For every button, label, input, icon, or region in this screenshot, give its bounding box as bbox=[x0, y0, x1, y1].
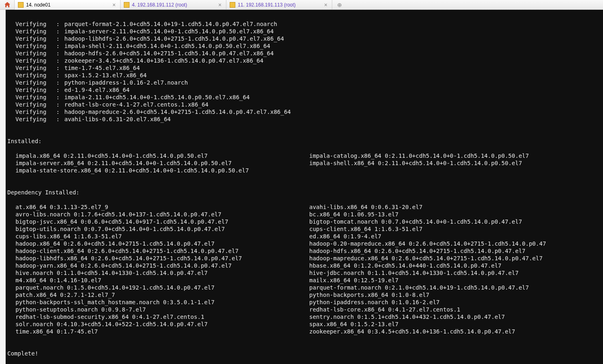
installed-list: impala.x86_64 0:2.11.0+cdh5.14.0+0-1.cdh… bbox=[7, 152, 603, 174]
installed-item: impala-catalog.x86_64 0:2.11.0+cdh5.14.0… bbox=[309, 152, 603, 159]
verify-line: Verifying: ed-1.9-4.el7.x86_64 bbox=[7, 86, 603, 94]
installed-item: impala-server.x86_64 0:2.11.0+cdh5.14.0+… bbox=[15, 159, 309, 167]
close-icon[interactable]: × bbox=[323, 2, 329, 8]
dependency-item: avro-libs.noarch 0:1.7.6+cdh5.14.0+137-1… bbox=[15, 211, 309, 218]
dependency-item: patch.x86_64 0:2.7.1-12.el7_7 bbox=[15, 291, 309, 299]
new-tab-button[interactable]: ⊕ bbox=[332, 0, 347, 10]
terminal-output[interactable]: Verifying: parquet-format-2.1.0+cdh5.14.… bbox=[6, 10, 603, 364]
dependency-item: bigtop-jsvc.x86_64 0:0.6.0+cdh5.14.0+917… bbox=[15, 218, 309, 225]
dependency-item: hadoop-mapreduce.x86_64 0:2.6.0+cdh5.14.… bbox=[309, 255, 603, 262]
dependency-item: m4.x86_64 0:1.4.16-10.el7 bbox=[15, 277, 309, 284]
dependency-item: hadoop-yarn.x86_64 0:2.6.0+cdh5.14.0+271… bbox=[15, 262, 309, 269]
verify-line: Verifying: impala-2.11.0+cdh5.14.0+0-1.c… bbox=[7, 94, 603, 101]
dependency-item: cups-client.x86_64 1:1.6.3-51.el7 bbox=[309, 225, 603, 233]
dependency-item: bigtop-utils.noarch 0:0.7.0+cdh5.14.0+0-… bbox=[15, 225, 309, 233]
installed-item: impala-shell.x86_64 0:2.11.0+cdh5.14.0+0… bbox=[309, 159, 603, 167]
dependency-list: at.x86_64 0:3.1.13-25.el7_9avahi-libs.x8… bbox=[7, 203, 603, 335]
dependency-item: parquet-format.noarch 0:2.1.0+cdh5.14.0+… bbox=[309, 284, 603, 291]
dependency-item: ed.x86_64 0:1.9-4.el7 bbox=[309, 233, 603, 240]
tab-label: 11. 192.168.191.113 (root) bbox=[238, 2, 323, 8]
dependency-item: avahi-libs.x86_64 0:0.6.31-20.el7 bbox=[309, 203, 603, 211]
verify-line: Verifying: python-ipaddress-1.0.16-2.el7… bbox=[7, 79, 603, 86]
dependency-item: hadoop-libhdfs.x86_64 0:2.6.0+cdh5.14.0+… bbox=[15, 255, 309, 262]
dependency-item: solr.noarch 0:4.10.3+cdh5.14.0+522-1.cdh… bbox=[15, 320, 309, 328]
dependency-item: python-ipaddress.noarch 0:1.0.16-2.el7 bbox=[309, 299, 603, 306]
dependency-item: bigtop-tomcat.noarch 0:0.7.0+cdh5.14.0+0… bbox=[309, 218, 603, 225]
tab-0[interactable]: 14. node01× bbox=[15, 0, 121, 10]
installed-header: Installed: bbox=[7, 137, 603, 145]
left-gutter bbox=[0, 10, 6, 364]
tab-label: 4. 192.168.191.112 (root) bbox=[132, 2, 217, 8]
complete-message: Complete! bbox=[7, 350, 603, 357]
verify-line: Verifying: zookeeper-3.4.5+cdh5.14.0+136… bbox=[7, 57, 603, 64]
dependency-item: python-backports-ssl_match_hostname.noar… bbox=[15, 299, 309, 306]
tab-2[interactable]: 11. 192.168.191.113 (root)× bbox=[226, 0, 332, 10]
dependency-item: parquet.noarch 0:1.5.0+cdh5.14.0+192-1.c… bbox=[15, 284, 309, 291]
terminal-icon bbox=[230, 2, 235, 8]
verify-line: Verifying: spax-1.5.2-13.el7.x86_64 bbox=[7, 72, 603, 79]
installed-item: impala-state-store.x86_64 0:2.11.0+cdh5.… bbox=[15, 167, 309, 174]
dependency-header: Dependency Installed: bbox=[7, 189, 603, 196]
installed-item: impala.x86_64 0:2.11.0+cdh5.14.0+0-1.cdh… bbox=[15, 152, 309, 159]
dependency-item: hadoop-hdfs.x86_64 0:2.6.0+cdh5.14.0+271… bbox=[309, 247, 603, 255]
dependency-item: at.x86_64 0:3.1.13-25.el7_9 bbox=[15, 203, 309, 211]
verify-line: Verifying: hadoop-mapreduce-2.6.0+cdh5.1… bbox=[7, 108, 603, 116]
terminal-icon bbox=[18, 2, 24, 8]
dependency-item: hadoop-0.20-mapreduce.x86_64 0:2.6.0+cdh… bbox=[309, 240, 603, 247]
verify-line: Verifying: avahi-libs-0.6.31-20.el7.x86_… bbox=[7, 116, 603, 123]
tab-1[interactable]: 4. 192.168.191.112 (root)× bbox=[121, 0, 226, 10]
dependency-item: hive.noarch 0:1.1.0+cdh5.14.0+1330-1.cdh… bbox=[15, 269, 309, 277]
verify-line: Verifying: redhat-lsb-core-4.1-27.el7.ce… bbox=[7, 101, 603, 108]
home-icon bbox=[4, 2, 11, 8]
tab-bar: 14. node01×4. 192.168.191.112 (root)×11.… bbox=[0, 0, 603, 10]
dependency-item: mailx.x86_64 0:12.5-19.el7 bbox=[309, 277, 603, 284]
dependency-item: redhat-lsb-submod-security.x86_64 0:4.1-… bbox=[15, 313, 309, 320]
dependency-item: hadoop-client.x86_64 0:2.6.0+cdh5.14.0+2… bbox=[15, 247, 309, 255]
dependency-item: cups-libs.x86_64 1:1.6.3-51.el7 bbox=[15, 233, 309, 240]
dependency-item: python-backports.x86_64 0:1.0-8.el7 bbox=[309, 291, 603, 299]
dependency-item: python-setuptools.noarch 0:0.9.8-7.el7 bbox=[15, 306, 309, 313]
close-icon[interactable]: × bbox=[111, 2, 117, 8]
dependency-item: zookeeper.x86_64 0:3.4.5+cdh5.14.0+136-1… bbox=[309, 328, 603, 335]
home-button[interactable] bbox=[0, 0, 15, 10]
verify-line: Verifying: parquet-format-2.1.0+cdh5.14.… bbox=[7, 20, 603, 28]
dependency-item: bc.x86_64 0:1.06.95-13.el7 bbox=[309, 211, 603, 218]
dependency-item: hive-jdbc.noarch 0:1.1.0+cdh5.14.0+1330-… bbox=[309, 269, 603, 277]
verify-line: Verifying: impala-shell-2.11.0+cdh5.14.0… bbox=[7, 42, 603, 50]
verify-line: Verifying: impala-server-2.11.0+cdh5.14.… bbox=[7, 28, 603, 35]
dependency-item: hbase.x86_64 0:1.2.0+cdh5.14.0+440-1.cdh… bbox=[309, 262, 603, 269]
dependency-item: time.x86_64 0:1.7-45.el7 bbox=[15, 328, 309, 335]
tab-label: 14. node01 bbox=[26, 2, 111, 8]
dependency-item: sentry.noarch 0:1.5.1+cdh5.14.0+432-1.cd… bbox=[309, 313, 603, 320]
dependency-item: hadoop.x86_64 0:2.6.0+cdh5.14.0+2715-1.c… bbox=[15, 240, 309, 247]
dependency-item: spax.x86_64 0:1.5.2-13.el7 bbox=[309, 320, 603, 328]
verify-line: Verifying: hadoop-hdfs-2.6.0+cdh5.14.0+2… bbox=[7, 50, 603, 57]
installed-item bbox=[309, 167, 603, 174]
terminal-icon bbox=[124, 2, 129, 8]
verify-line: Verifying: hadoop-libhdfs-2.6.0+cdh5.14.… bbox=[7, 35, 603, 42]
close-icon[interactable]: × bbox=[217, 2, 223, 8]
verify-line: Verifying: time-1.7-45.el7.x86_64 bbox=[7, 64, 603, 72]
dependency-item: redhat-lsb-core.x86_64 0:4.1-27.el7.cent… bbox=[309, 306, 603, 313]
